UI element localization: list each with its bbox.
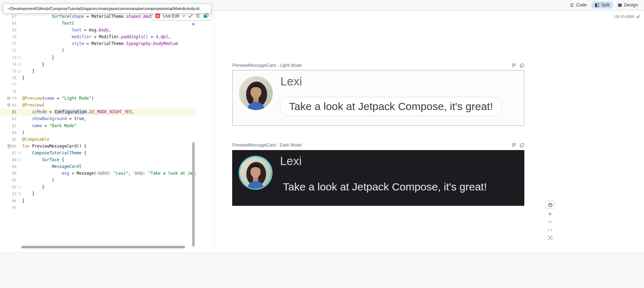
code-line[interactable]: 81 uiMode = Configuration.UI_MODE_NIGHT_… bbox=[0, 109, 196, 115]
line-number[interactable]: 78 bbox=[12, 88, 16, 95]
line-number[interactable]: 79 bbox=[12, 95, 16, 102]
line-number[interactable]: 93 bbox=[12, 190, 16, 197]
line-number[interactable]: 86 bbox=[12, 143, 16, 150]
zoom-in-button[interactable]: + bbox=[545, 210, 555, 218]
code-line[interactable]: 91 ) bbox=[0, 177, 196, 184]
code-line[interactable]: 73 } bbox=[0, 54, 196, 61]
fold-marker[interactable] bbox=[18, 63, 21, 66]
line-number[interactable]: 77 bbox=[12, 81, 16, 88]
live-edit-status-icon[interactable] bbox=[155, 14, 160, 18]
gutter: 92 bbox=[0, 184, 22, 190]
mode-code-button[interactable]: Code bbox=[566, 1, 590, 9]
preview-popout-icon[interactable] bbox=[520, 143, 524, 148]
checkmark-icon[interactable] bbox=[188, 14, 193, 18]
mode-design-button[interactable]: Design bbox=[614, 1, 641, 9]
zoom-out-button[interactable]: − bbox=[545, 218, 555, 226]
code-line[interactable]: 82 showBackground = true, bbox=[0, 115, 196, 122]
fold-marker[interactable] bbox=[18, 56, 21, 59]
line-number[interactable]: 73 bbox=[12, 54, 16, 61]
gutter: 73 bbox=[0, 54, 22, 61]
fold-marker[interactable] bbox=[18, 159, 21, 161]
code-line[interactable]: 77 bbox=[0, 81, 196, 88]
code-token: fun bbox=[22, 144, 30, 149]
code-token: ( bbox=[69, 14, 72, 19]
zoom-actual-size-button[interactable]: 1:1 bbox=[545, 226, 555, 234]
file-path-field[interactable]: ~/Development/GitHub/ComposeTutorial3/ap… bbox=[3, 4, 211, 14]
code-line[interactable]: 84) bbox=[0, 129, 196, 136]
inspections-lines-icon[interactable] bbox=[196, 14, 200, 18]
code-line[interactable]: 94} bbox=[0, 198, 196, 204]
code-line[interactable]: 76} bbox=[0, 75, 196, 81]
line-number[interactable]: 71 bbox=[12, 40, 16, 47]
analysis-stripe-mark[interactable] bbox=[192, 23, 195, 25]
code-line[interactable]: 75 } bbox=[0, 68, 196, 75]
code-token: Surface bbox=[52, 14, 69, 19]
vertical-scrollbar[interactable] bbox=[192, 142, 195, 247]
line-number[interactable]: 94 bbox=[12, 198, 16, 204]
code-text: } bbox=[22, 184, 196, 190]
preview-settings-gear-icon[interactable]: ⚙ bbox=[7, 96, 11, 101]
line-number[interactable]: 75 bbox=[12, 68, 16, 75]
gutter: 71 bbox=[0, 40, 22, 47]
line-number[interactable]: 76 bbox=[12, 75, 16, 81]
code-line[interactable]: 70 modifier = Modifier.padding(all = 4.d… bbox=[0, 34, 196, 40]
line-number[interactable]: 67 bbox=[12, 13, 16, 20]
code-line[interactable]: 78 bbox=[0, 88, 196, 95]
code-line[interactable]: 85@Composable bbox=[0, 136, 196, 143]
line-number[interactable]: 89 bbox=[12, 163, 16, 170]
code-line[interactable]: 68 Text( bbox=[0, 20, 196, 27]
chevron-down-icon[interactable] bbox=[182, 15, 185, 17]
code-line[interactable]: 92 } bbox=[0, 184, 196, 190]
preview-flag-icon[interactable] bbox=[512, 63, 516, 68]
code-line[interactable]: 89 MessageCard( bbox=[0, 163, 196, 170]
fold-marker[interactable] bbox=[18, 193, 21, 195]
code-line[interactable]: 69 text = msg.body, bbox=[0, 27, 196, 34]
line-number[interactable]: 85 bbox=[12, 136, 16, 143]
preview-flag-icon[interactable] bbox=[512, 143, 516, 148]
code-editor-pane[interactable]: 67 Surface(shape = MaterialTheme.shapes.… bbox=[0, 11, 214, 252]
line-number[interactable]: 70 bbox=[12, 34, 16, 40]
line-number[interactable]: 68 bbox=[12, 20, 16, 27]
line-number[interactable]: 80 bbox=[12, 102, 16, 109]
code-line[interactable]: 93 } bbox=[0, 190, 196, 197]
line-number[interactable]: 92 bbox=[12, 184, 16, 190]
line-number[interactable]: 72 bbox=[12, 47, 16, 54]
line-number[interactable]: 90 bbox=[12, 170, 16, 177]
code-line[interactable]: 86fun PreviewMessageCard() { bbox=[0, 143, 196, 150]
line-number[interactable]: 88 bbox=[12, 157, 16, 163]
code-line[interactable]: 95 bbox=[0, 204, 196, 211]
line-number[interactable]: 81 bbox=[12, 109, 16, 115]
fold-marker[interactable] bbox=[18, 152, 21, 154]
code-token: ( bbox=[71, 21, 74, 26]
code-line[interactable]: ⚙79@Preview(name = "Light Mode") bbox=[0, 95, 196, 102]
line-number[interactable]: 69 bbox=[12, 27, 16, 34]
line-number[interactable]: 91 bbox=[12, 177, 16, 184]
code-line[interactable]: 88 Surface { bbox=[0, 157, 196, 163]
code-line[interactable]: 90 msg = Message(author: "Lexi", body: "… bbox=[0, 170, 196, 177]
line-number[interactable]: 95 bbox=[12, 204, 16, 211]
pan-tool-button[interactable] bbox=[545, 200, 555, 209]
compose-preview-gutter-icon[interactable] bbox=[8, 144, 11, 148]
mode-split-button[interactable]: Split bbox=[591, 1, 613, 9]
line-number[interactable]: 84 bbox=[12, 129, 16, 136]
line-number[interactable]: 74 bbox=[12, 61, 16, 68]
live-edit-label[interactable]: Live Edit bbox=[163, 14, 179, 19]
code-line[interactable]: ⚙80@Preview( bbox=[0, 102, 196, 109]
line-number[interactable]: 82 bbox=[12, 115, 16, 122]
code-token: } bbox=[22, 75, 25, 80]
code-line[interactable]: 83 name = "Dark Mode" bbox=[0, 123, 196, 129]
line-number[interactable]: 83 bbox=[12, 123, 16, 129]
code-token bbox=[146, 171, 148, 176]
preview-popout-icon[interactable] bbox=[520, 63, 524, 68]
zoom-to-fit-button[interactable] bbox=[545, 234, 555, 242]
code-line[interactable]: 87 ComposeTutorialTheme { bbox=[0, 150, 196, 157]
code-line[interactable]: 71 style = MaterialTheme.typography.body… bbox=[0, 40, 196, 47]
fold-marker[interactable] bbox=[18, 186, 21, 188]
fold-marker[interactable] bbox=[18, 70, 21, 73]
code-line[interactable]: 72 ) bbox=[0, 47, 196, 54]
code-line[interactable]: 74 } bbox=[0, 61, 196, 68]
line-number[interactable]: 87 bbox=[12, 150, 16, 157]
horizontal-scrollbar[interactable] bbox=[21, 246, 185, 248]
preview-settings-gear-icon[interactable]: ⚙ bbox=[7, 103, 11, 108]
layers-icon[interactable] bbox=[203, 14, 209, 18]
